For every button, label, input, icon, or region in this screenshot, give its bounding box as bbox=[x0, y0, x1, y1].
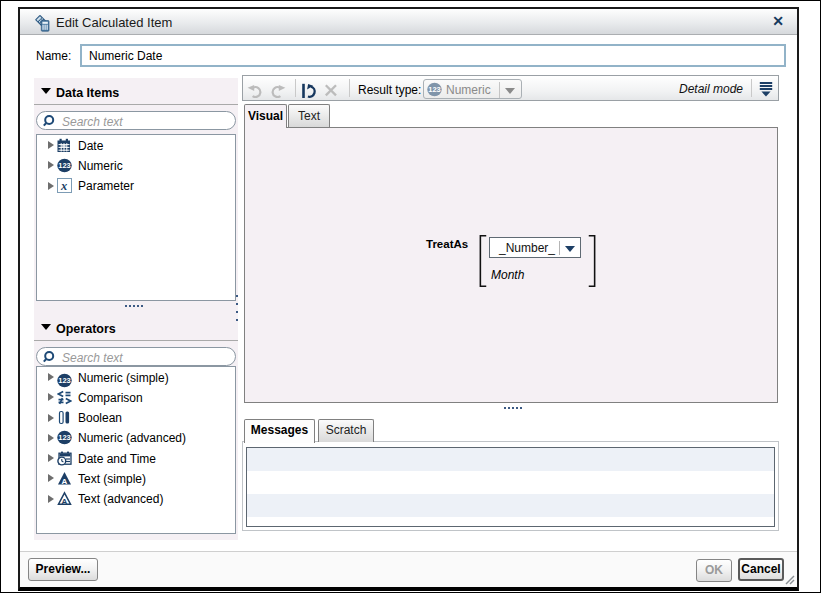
svg-text:123: 123 bbox=[58, 376, 71, 385]
svg-text:123: 123 bbox=[428, 85, 441, 94]
svg-text:123: 123 bbox=[58, 434, 71, 443]
svg-text:A: A bbox=[62, 477, 68, 486]
svg-text:x: x bbox=[60, 179, 67, 193]
svg-text:A: A bbox=[62, 497, 68, 506]
svg-text:123: 123 bbox=[58, 161, 71, 170]
